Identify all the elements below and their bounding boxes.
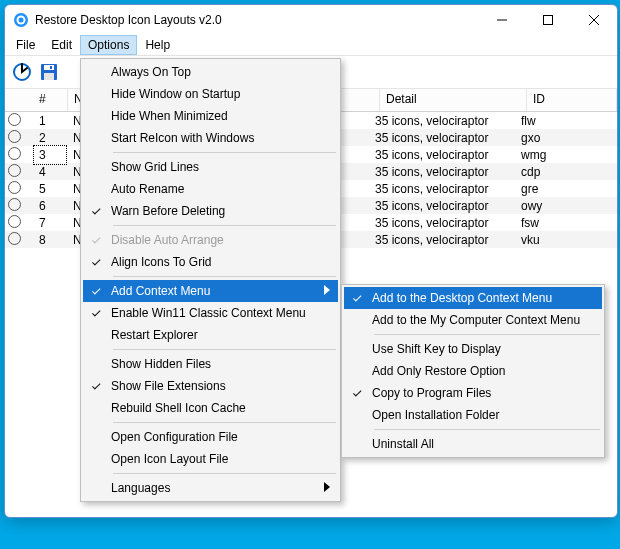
- cell-num: 8: [33, 230, 67, 250]
- check-icon: [92, 235, 100, 243]
- svg-rect-9: [44, 65, 54, 70]
- opt-hide-minimized[interactable]: Hide When Minimized: [83, 105, 338, 127]
- svg-rect-4: [544, 16, 553, 25]
- close-button[interactable]: [571, 5, 617, 35]
- row-radio[interactable]: [8, 113, 21, 126]
- opt-open-config[interactable]: Open Configuration File: [83, 426, 338, 448]
- svg-rect-11: [50, 66, 52, 69]
- svg-point-2: [19, 18, 24, 23]
- col-detail[interactable]: Detail: [380, 89, 527, 111]
- opt-show-extensions[interactable]: Show File Extensions: [83, 375, 338, 397]
- opt-align-icons[interactable]: Align Icons To Grid: [83, 251, 338, 273]
- context-submenu: Add to the Desktop Context Menu Add to t…: [341, 284, 605, 458]
- row-radio[interactable]: [8, 232, 21, 245]
- row-radio[interactable]: [8, 181, 21, 194]
- sub-add-only-restore[interactable]: Add Only Restore Option: [344, 360, 602, 382]
- menu-edit[interactable]: Edit: [43, 35, 80, 55]
- col-id[interactable]: ID: [527, 89, 617, 111]
- opt-show-grid-lines[interactable]: Show Grid Lines: [83, 156, 338, 178]
- opt-add-context-menu[interactable]: Add Context Menu: [83, 280, 338, 302]
- save-button[interactable]: [36, 60, 61, 85]
- opt-enable-win11[interactable]: Enable Win11 Classic Context Menu: [83, 302, 338, 324]
- minimize-button[interactable]: [479, 5, 525, 35]
- sub-copy-program-files[interactable]: Copy to Program Files: [344, 382, 602, 404]
- sub-use-shift[interactable]: Use Shift Key to Display: [344, 338, 602, 360]
- check-icon: [353, 388, 361, 396]
- opt-languages[interactable]: Languages: [83, 477, 338, 499]
- row-radio[interactable]: [8, 215, 21, 228]
- options-dropdown: Always On Top Hide Window on Startup Hid…: [80, 58, 341, 502]
- titlebar: Restore Desktop Icon Layouts v2.0: [5, 5, 617, 35]
- opt-show-hidden[interactable]: Show Hidden Files: [83, 353, 338, 375]
- maximize-button[interactable]: [525, 5, 571, 35]
- window-title: Restore Desktop Icon Layouts v2.0: [35, 13, 479, 27]
- menubar: File Edit Options Help: [5, 35, 617, 56]
- opt-hide-startup[interactable]: Hide Window on Startup: [83, 83, 338, 105]
- sub-add-mycomputer[interactable]: Add to the My Computer Context Menu: [344, 309, 602, 331]
- svg-rect-10: [44, 73, 54, 80]
- col-num[interactable]: #: [33, 89, 68, 111]
- row-radio[interactable]: [8, 130, 21, 143]
- check-icon: [92, 308, 100, 316]
- app-window: Restore Desktop Icon Layouts v2.0 File E…: [4, 4, 618, 518]
- cell-detail: 35 icons, velociraptor: [369, 230, 515, 250]
- sub-add-desktop[interactable]: Add to the Desktop Context Menu: [344, 287, 602, 309]
- menu-file[interactable]: File: [8, 35, 43, 55]
- opt-rebuild-cache[interactable]: Rebuild Shell Icon Cache: [83, 397, 338, 419]
- opt-restart-explorer[interactable]: Restart Explorer: [83, 324, 338, 346]
- refresh-button[interactable]: [9, 60, 34, 85]
- opt-always-on-top[interactable]: Always On Top: [83, 61, 338, 83]
- cell-id: vku: [515, 230, 617, 250]
- app-icon: [13, 12, 29, 28]
- menu-options[interactable]: Options: [80, 35, 137, 55]
- sub-open-install[interactable]: Open Installation Folder: [344, 404, 602, 426]
- row-radio[interactable]: [8, 198, 21, 211]
- menu-help[interactable]: Help: [137, 35, 178, 55]
- submenu-arrow-icon: [324, 481, 330, 495]
- opt-disable-auto-arrange: Disable Auto Arrange: [83, 229, 338, 251]
- check-icon: [92, 381, 100, 389]
- check-icon: [92, 286, 100, 294]
- submenu-arrow-icon: [324, 284, 330, 298]
- row-radio[interactable]: [8, 164, 21, 177]
- check-icon: [92, 206, 100, 214]
- row-radio[interactable]: [8, 147, 21, 160]
- check-icon: [353, 293, 361, 301]
- opt-start-with-windows[interactable]: Start ReIcon with Windows: [83, 127, 338, 149]
- opt-open-layout[interactable]: Open Icon Layout File: [83, 448, 338, 470]
- check-icon: [92, 257, 100, 265]
- sub-uninstall-all[interactable]: Uninstall All: [344, 433, 602, 455]
- opt-warn-before-deleting[interactable]: Warn Before Deleting: [83, 200, 338, 222]
- opt-auto-rename[interactable]: Auto Rename: [83, 178, 338, 200]
